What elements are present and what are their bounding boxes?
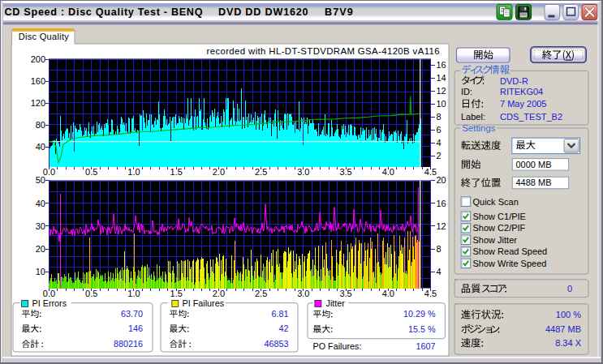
svg-text:10: 10 — [36, 267, 45, 276]
svg-text:2.5: 2.5 — [255, 289, 267, 298]
svg-text:80: 80 — [36, 120, 45, 130]
svg-text:20: 20 — [36, 244, 45, 254]
svg-text:Settings: Settings — [463, 123, 496, 133]
svg-text:2.0: 2.0 — [213, 289, 225, 298]
svg-text:12: 12 — [437, 86, 446, 96]
svg-text:4.5: 4.5 — [424, 289, 437, 298]
svg-text:Label:: Label: — [461, 112, 485, 122]
svg-text:2.0: 2.0 — [213, 167, 225, 177]
svg-text:4488 MB: 4488 MB — [516, 178, 552, 187]
svg-text:16: 16 — [437, 199, 446, 208]
svg-text:CDS_TEST_B2: CDS_TEST_B2 — [500, 112, 562, 122]
svg-text:CD Speed : Disc Quality Test -: CD Speed : Disc Quality Test - BENQ — [5, 6, 204, 18]
svg-text:4.0: 4.0 — [382, 289, 394, 298]
svg-text:0.5: 0.5 — [85, 167, 97, 177]
svg-text:1.0: 1.0 — [127, 167, 140, 177]
svg-text:4.5: 4.5 — [424, 167, 437, 177]
svg-text:880216: 880216 — [114, 339, 143, 349]
svg-text:2.5: 2.5 — [255, 167, 267, 177]
svg-text:Show Write Speed: Show Write Speed — [473, 259, 547, 268]
svg-text:B7V9: B7V9 — [325, 6, 354, 18]
svg-text:0.0: 0.0 — [43, 289, 55, 298]
svg-text:160: 160 — [31, 76, 45, 86]
svg-text:16: 16 — [437, 60, 446, 70]
svg-text:PO Failures:: PO Failures: — [313, 341, 362, 351]
svg-text:1.5: 1.5 — [170, 167, 183, 177]
svg-text:6: 6 — [437, 125, 441, 135]
svg-text:DVD DD DW1620: DVD DD DW1620 — [218, 6, 308, 18]
svg-text:3.0: 3.0 — [297, 289, 309, 298]
svg-text:Jitter: Jitter — [326, 298, 346, 308]
svg-text:15.5 %: 15.5 % — [408, 324, 436, 334]
svg-text:40: 40 — [36, 199, 45, 208]
svg-text:12: 12 — [437, 221, 446, 231]
svg-text:ID:: ID: — [461, 87, 472, 96]
svg-text:Show Jitter: Show Jitter — [473, 235, 518, 245]
svg-text:42: 42 — [278, 323, 288, 333]
svg-text:7 May 2005: 7 May 2005 — [500, 99, 546, 109]
svg-text:PI Failures: PI Failures — [183, 298, 225, 308]
svg-text:46853: 46853 — [264, 339, 288, 349]
svg-text:3.0: 3.0 — [297, 167, 309, 177]
svg-text:RITEKG04: RITEKG04 — [500, 87, 543, 96]
svg-text:0.0: 0.0 — [43, 167, 55, 177]
svg-text:1.0: 1.0 — [127, 289, 140, 298]
svg-text:Show C2/PIF: Show C2/PIF — [473, 223, 526, 233]
svg-text:2: 2 — [437, 151, 441, 161]
svg-text:100 %: 100 % — [556, 310, 581, 319]
svg-text:4: 4 — [437, 138, 441, 148]
svg-text:40: 40 — [36, 142, 45, 152]
svg-text:200: 200 — [31, 54, 45, 64]
svg-text:10.29 %: 10.29 % — [403, 309, 436, 319]
svg-text:20: 20 — [437, 175, 446, 185]
svg-text:8: 8 — [437, 112, 441, 122]
svg-text:1607: 1607 — [416, 341, 435, 351]
svg-text:8.34 X: 8.34 X — [555, 338, 581, 348]
svg-text:146: 146 — [128, 323, 143, 333]
svg-text:14: 14 — [437, 73, 446, 83]
svg-text:0000 MB: 0000 MB — [516, 160, 552, 169]
svg-text:3.5: 3.5 — [339, 289, 351, 298]
svg-text:8: 8 — [437, 244, 441, 254]
svg-text:DVD-R: DVD-R — [500, 76, 528, 86]
svg-text:1.5: 1.5 — [170, 289, 183, 298]
svg-text:4.0: 4.0 — [382, 167, 394, 177]
svg-text:recorded with HL-DT-STDVDRAM G: recorded with HL-DT-STDVDRAM GSA-4120B v… — [207, 46, 440, 56]
svg-text:3.5: 3.5 — [339, 167, 351, 177]
svg-text:Disc Quality: Disc Quality — [19, 32, 69, 41]
svg-text:Quick Scan: Quick Scan — [473, 197, 519, 207]
svg-text:63.70: 63.70 — [121, 309, 143, 319]
svg-text:PI Errors: PI Errors — [32, 298, 67, 308]
svg-text:Show Read Speed: Show Read Speed — [473, 246, 548, 256]
svg-text:0.5: 0.5 — [85, 289, 97, 298]
svg-text:10: 10 — [437, 99, 446, 109]
svg-text:120: 120 — [31, 98, 45, 108]
svg-text:30: 30 — [36, 221, 45, 231]
svg-text:4: 4 — [437, 267, 441, 276]
svg-text:6.81: 6.81 — [271, 309, 288, 319]
svg-text:4487 MB: 4487 MB — [545, 324, 581, 334]
svg-text:Show C1/PIE: Show C1/PIE — [473, 212, 526, 221]
svg-text:0: 0 — [567, 284, 572, 293]
